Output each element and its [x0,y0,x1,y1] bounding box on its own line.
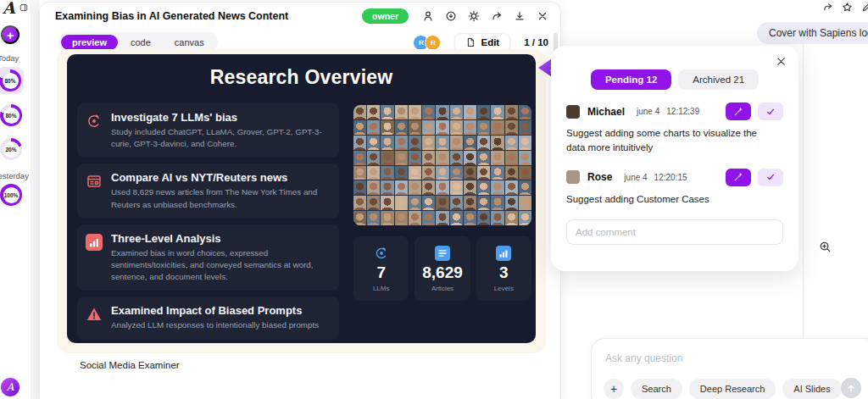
user-icon[interactable] [422,10,434,22]
face-tile [477,196,490,210]
resolve-button[interactable] [758,103,783,120]
face-tile [367,196,380,210]
face-tile [353,196,366,210]
comment-header: Michael june 4 12:12:39 [566,103,783,120]
plus-icon: + [610,382,617,396]
stat-label: Articles [431,285,453,292]
collaborator-avatar[interactable]: R [425,35,441,51]
history-item-progress[interactable]: 80% [0,67,24,94]
slide-item-title: Three-Level Analysis [111,232,329,245]
face-tile [395,196,408,210]
face-tile [436,151,448,165]
tab-archived[interactable]: Archived 21 [678,69,759,90]
send-button[interactable] [841,378,861,398]
comment-author: Michael [587,106,625,118]
add-comment-input[interactable] [566,219,783,245]
close-icon[interactable] [776,56,787,67]
canvas-note-chip[interactable]: Cover with Sapiens logo [757,22,868,44]
face-tile [505,105,518,119]
face-tile [367,180,380,195]
stat-value: 7 [376,263,386,282]
face-tile [367,166,380,180]
version-circle-icon[interactable] [445,10,457,22]
face-tile [477,136,490,150]
ai-apply-button[interactable] [726,169,751,186]
share-icon[interactable] [822,2,833,13]
download-icon[interactable] [514,10,526,22]
source-note: Social Media Examiner [80,360,180,370]
ai-apply-button[interactable] [726,103,751,120]
face-tile [381,105,393,119]
settings-gear-icon[interactable] [468,10,480,22]
comments-tabs: Pending 12 Archived 21 [566,69,783,90]
resolve-button[interactable] [758,169,783,186]
question-input[interactable] [604,352,853,365]
face-tile [519,166,531,180]
stat-label: LLMs [373,285,390,292]
face-tile [395,136,408,150]
ai-slides-mode-button[interactable]: AI Slides [782,379,841,399]
canvas-toolbar [822,2,868,13]
zoom-in-icon[interactable] [819,241,832,253]
arrow-up-icon [846,383,856,393]
sidebar-toggle-icon[interactable] [19,3,28,12]
face-tile [464,151,476,165]
face-tile [450,211,463,225]
share-icon[interactable] [491,10,503,22]
slide-frame: Research Overview Investigate 7 LLMs' bi… [57,49,546,353]
face-tile [409,196,421,210]
slide-item-list: Investigate 7 LLMs' bias Study included … [77,103,339,340]
face-tile [519,151,531,165]
history-item-progress[interactable]: 80% [0,103,24,128]
face-tile [436,166,448,180]
face-tile [519,136,531,150]
comment-text: Suggest adding some charts to visualize … [566,126,766,156]
owner-badge: owner [362,8,409,24]
face-tile [436,196,448,210]
face-tile [367,211,380,225]
app-logo: A [3,0,15,17]
comment-item: Michael june 4 12:12:39 Suggest adding s… [566,103,783,156]
tab-preview[interactable]: preview [61,35,118,50]
magic-wand-icon [733,172,743,182]
tab-pending[interactable]: Pending 12 [591,69,671,90]
face-tile [395,151,408,165]
user-avatar[interactable]: A [1,378,19,396]
section-label-yesterday: Yesterday [0,171,29,180]
search-mode-button[interactable]: Search [631,379,682,399]
check-icon [765,172,776,182]
bar-chart-icon [86,234,103,251]
face-tile [464,166,476,180]
check-icon [765,107,776,117]
articles-icon [435,246,450,261]
face-tile [505,211,518,225]
chat-actions: + Search Deep Research AI Slides [604,379,842,399]
presentation-window: Examining Bias in AI Generated News Cont… [39,2,561,399]
stat-card: 8,629 Articles [415,236,470,301]
face-tile [436,211,448,225]
history-item-progress[interactable]: 100% [0,182,24,208]
slide-item: Compare AI vs NYT/Reuters news Used 8,62… [77,163,339,218]
progress-ring: 80% [0,69,21,91]
tab-code[interactable]: code [120,35,162,50]
slide-item-desc: Analyzed LLM responses to intentionally … [111,319,319,331]
star-icon[interactable] [842,2,853,13]
history-item-progress[interactable]: 20% [0,136,24,162]
tab-canvas[interactable]: canvas [164,35,215,50]
face-tile [477,211,490,225]
comment-timestamp: june 4 12:12:39 [637,107,699,116]
pencil-icon[interactable] [861,2,868,13]
attach-button[interactable]: + [604,379,624,399]
face-tile [491,166,504,180]
face-tile [381,166,393,180]
slide-canvas[interactable]: Research Overview Investigate 7 LLMs' bi… [67,54,536,343]
close-icon[interactable] [537,10,548,22]
face-tile [353,120,366,135]
face-tile [505,180,518,195]
face-tile [436,136,448,150]
stat-label: Levels [494,285,514,292]
new-project-button[interactable]: + [1,25,19,44]
page-indicator: 1 / 10 [524,37,548,47]
deep-research-mode-button[interactable]: Deep Research [689,379,776,399]
face-tile [450,196,463,210]
